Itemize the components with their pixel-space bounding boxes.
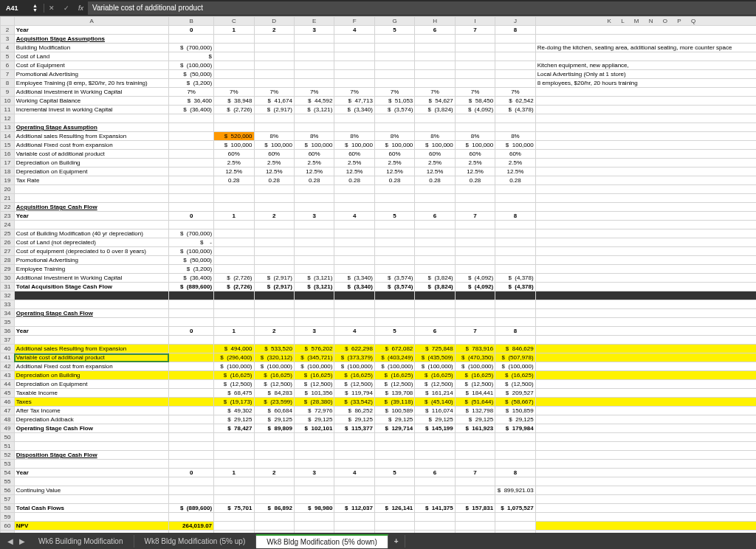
cell[interactable]: $ (100,000): [334, 362, 374, 371]
cell[interactable]: [415, 194, 455, 203]
cell[interactable]: $ 100,000: [495, 141, 535, 150]
row-header[interactable]: 11: [1, 106, 15, 114]
cell[interactable]: Cost of Equipment: [14, 61, 168, 70]
cell[interactable]: [495, 61, 535, 70]
cell[interactable]: Promotional Advertising: [14, 256, 168, 265]
cell[interactable]: 0.28: [374, 176, 414, 185]
cell[interactable]: 60%: [455, 150, 495, 159]
cell[interactable]: Taxes: [14, 398, 168, 407]
cell[interactable]: [14, 433, 168, 442]
cell[interactable]: [214, 185, 254, 194]
cell[interactable]: [214, 114, 254, 123]
cell[interactable]: [169, 221, 214, 229]
cell[interactable]: $ 129,714: [374, 424, 414, 433]
cell[interactable]: $ (23,599): [254, 398, 294, 407]
cell[interactable]: $ (33,542): [334, 398, 374, 407]
cell[interactable]: Acquisition Stage Assumptions: [14, 35, 168, 44]
row-header[interactable]: 6: [1, 61, 15, 70]
cell[interactable]: $ (16,625): [334, 371, 374, 380]
cell[interactable]: $ 150,859: [495, 407, 535, 415]
cell[interactable]: Additional Fixed cost from expansion: [14, 362, 168, 371]
cell[interactable]: [495, 442, 535, 451]
cell[interactable]: $ (3,200): [169, 79, 214, 88]
cell[interactable]: [294, 309, 334, 318]
cell[interactable]: [455, 460, 495, 469]
cell[interactable]: [374, 300, 414, 309]
cell[interactable]: [294, 238, 334, 247]
cell[interactable]: [294, 522, 334, 531]
cell[interactable]: [169, 389, 214, 398]
cell[interactable]: [374, 336, 414, 345]
cell[interactable]: [254, 194, 294, 203]
cell[interactable]: [495, 70, 535, 79]
cell[interactable]: [415, 495, 455, 504]
cell[interactable]: [415, 477, 455, 486]
cell[interactable]: $ (3,340): [334, 274, 374, 283]
cell[interactable]: [169, 398, 214, 407]
row-header[interactable]: 19: [1, 176, 15, 185]
cell[interactable]: [254, 486, 294, 495]
cell[interactable]: [334, 35, 374, 44]
cell[interactable]: [415, 44, 455, 52]
cell[interactable]: $ 72,976: [294, 407, 334, 415]
cell[interactable]: Kitchen equipment, new appliance,: [535, 61, 756, 70]
cell[interactable]: Cost of equipment (depreciated to 0 over…: [14, 247, 168, 256]
cell[interactable]: $ (100,000): [169, 61, 214, 70]
cell[interactable]: [415, 265, 455, 274]
cell[interactable]: $ (2,917): [254, 106, 294, 114]
cell[interactable]: [14, 460, 168, 469]
cell[interactable]: 3: [294, 327, 334, 336]
cell[interactable]: 4: [334, 327, 374, 336]
cell[interactable]: [495, 495, 535, 504]
cell[interactable]: [374, 221, 414, 229]
cell[interactable]: [14, 291, 168, 300]
cell[interactable]: $ (100,000): [415, 362, 455, 371]
tab-wk8-down[interactable]: Wk8 Bldg Modification (5% down): [256, 534, 388, 548]
row-header[interactable]: 4: [1, 44, 15, 52]
cell[interactable]: [254, 433, 294, 442]
cell[interactable]: [294, 336, 334, 345]
row-header[interactable]: 53: [1, 460, 15, 469]
cell[interactable]: 4: [334, 26, 374, 35]
cell[interactable]: Local Advertising (Only at 1 store): [535, 70, 756, 79]
row-header[interactable]: 43: [1, 371, 15, 380]
cell[interactable]: $ 86,252: [334, 407, 374, 415]
cell[interactable]: 6: [415, 327, 455, 336]
cell[interactable]: $ 58,450: [455, 97, 495, 106]
row-header[interactable]: 14: [1, 132, 15, 141]
cell[interactable]: [535, 150, 756, 159]
cell[interactable]: [294, 247, 334, 256]
cell[interactable]: [495, 300, 535, 309]
row-header[interactable]: 57: [1, 495, 15, 504]
cell[interactable]: [374, 486, 414, 495]
cell[interactable]: $ 100,000: [374, 141, 414, 150]
cell[interactable]: [455, 451, 495, 460]
cell[interactable]: 7%: [254, 88, 294, 97]
cell[interactable]: [254, 44, 294, 52]
cell[interactable]: [535, 52, 756, 61]
cell[interactable]: [254, 203, 294, 212]
cell[interactable]: [535, 309, 756, 318]
cell[interactable]: [415, 229, 455, 238]
cell[interactable]: $ 899,921.03: [495, 486, 535, 495]
row-header[interactable]: 26: [1, 238, 15, 247]
row-header[interactable]: 23: [1, 212, 15, 221]
cell[interactable]: [535, 327, 756, 336]
cell[interactable]: $ (16,625): [455, 371, 495, 380]
cell[interactable]: $ (100,000): [374, 362, 414, 371]
cell[interactable]: [374, 52, 414, 61]
cell[interactable]: [169, 176, 214, 185]
cell[interactable]: Disposition Stage Cash Flow: [14, 451, 168, 460]
cell[interactable]: 7%: [294, 88, 334, 97]
row-header[interactable]: 45: [1, 389, 15, 398]
cell[interactable]: [214, 123, 254, 132]
cell[interactable]: [374, 114, 414, 123]
cell[interactable]: $ 161,923: [455, 424, 495, 433]
cell[interactable]: [169, 291, 214, 300]
cell[interactable]: 8: [495, 212, 535, 221]
row-header[interactable]: 24: [1, 221, 15, 229]
cell[interactable]: [535, 159, 756, 168]
cell[interactable]: $ (320,112): [254, 353, 294, 362]
cell[interactable]: [334, 495, 374, 504]
cell[interactable]: $ 62,542: [495, 97, 535, 106]
